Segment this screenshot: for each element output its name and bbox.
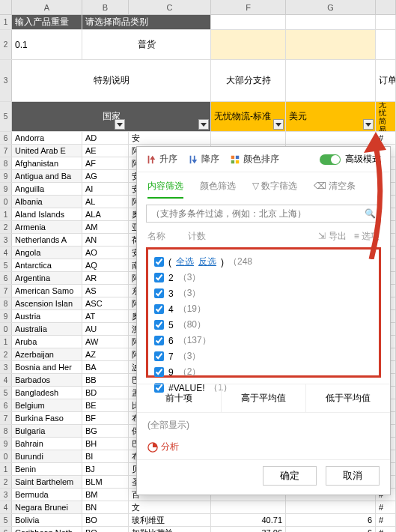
filter-value-item[interactable]: 2 （3） bbox=[154, 270, 373, 285]
row-number[interactable]: 1 bbox=[0, 463, 12, 475]
cell-code[interactable]: BO bbox=[82, 514, 129, 526]
row-number[interactable]: 5 bbox=[0, 259, 12, 271]
corner-cell[interactable] bbox=[0, 0, 12, 14]
cell-code[interactable]: AO bbox=[82, 247, 129, 259]
cell-country[interactable]: Bangladesh bbox=[12, 387, 82, 399]
cell-code[interactable]: AE bbox=[82, 145, 129, 157]
cell-code[interactable]: BN bbox=[82, 501, 129, 513]
filter-value-item[interactable]: 3 （3） bbox=[154, 285, 373, 301]
color-sort-button[interactable]: 颜色排序 bbox=[230, 153, 279, 166]
cell-country[interactable]: Aland Islands bbox=[12, 208, 82, 220]
quick-top10[interactable]: 前十项 bbox=[137, 384, 222, 412]
cell-code[interactable]: AM bbox=[82, 221, 129, 233]
filter-checkbox[interactable] bbox=[154, 320, 164, 330]
cell-country[interactable]: Saint Barthelem bbox=[12, 476, 82, 488]
cell-code[interactable]: AU bbox=[82, 323, 129, 335]
cell-country[interactable]: Bahrain bbox=[12, 438, 82, 450]
row-number[interactable]: 4 bbox=[0, 247, 12, 259]
row-number[interactable]: 9 bbox=[0, 183, 12, 195]
filter-checkbox[interactable] bbox=[154, 336, 164, 345]
row-number[interactable]: 6 bbox=[0, 132, 12, 144]
row-number[interactable]: 9 bbox=[0, 170, 12, 182]
filter-checkbox[interactable] bbox=[154, 351, 164, 361]
filter-search[interactable]: 🔍 bbox=[146, 205, 381, 223]
cell-code[interactable]: BD bbox=[82, 387, 129, 399]
cell-country[interactable]: Antarctica bbox=[12, 259, 82, 271]
cell[interactable]: # bbox=[376, 132, 396, 144]
row-number[interactable]: 6 bbox=[0, 527, 12, 532]
cell-code[interactable]: BJ bbox=[82, 463, 129, 475]
cell-country[interactable]: Andorra bbox=[12, 132, 82, 144]
cell-category-value[interactable]: 普货 bbox=[82, 30, 211, 59]
cell[interactable] bbox=[286, 501, 376, 513]
tab-clear-filter[interactable]: ⌫清空条 bbox=[314, 180, 356, 199]
row-number[interactable]: 3 bbox=[0, 60, 12, 101]
tab-number-filter[interactable]: ▽数字筛选 bbox=[252, 180, 297, 199]
cell-code[interactable]: AQ bbox=[82, 259, 129, 271]
col-header-b[interactable]: B bbox=[82, 0, 129, 14]
cell-code[interactable]: BI bbox=[82, 450, 129, 462]
col-header-a[interactable]: A bbox=[12, 0, 82, 14]
show-all-link[interactable]: (全部显示) bbox=[137, 413, 390, 438]
filter-checkbox[interactable] bbox=[154, 257, 164, 267]
cell-country[interactable]: United Arab E bbox=[12, 145, 82, 157]
cell[interactable] bbox=[286, 30, 376, 59]
cell-country[interactable]: Aruba bbox=[12, 336, 82, 348]
cell-country[interactable]: Azerbaijan bbox=[12, 348, 82, 360]
cell-country[interactable]: Negara Brunei bbox=[12, 501, 82, 513]
cell-weight-value[interactable]: 0.1 bbox=[12, 30, 82, 59]
cell-code[interactable]: BM bbox=[82, 489, 129, 501]
cell[interactable]: # bbox=[376, 501, 396, 513]
tab-content-filter[interactable]: 内容筛选 bbox=[147, 180, 183, 199]
subhead-name[interactable]: 名称 bbox=[147, 230, 165, 243]
cell-cn[interactable]: 加勒比荷兰 bbox=[129, 527, 211, 532]
col-header-f[interactable]: F bbox=[211, 0, 286, 14]
row-number[interactable]: 7 bbox=[0, 412, 12, 424]
row-number[interactable]: 8 bbox=[0, 425, 12, 437]
cell-code[interactable]: AN bbox=[82, 234, 129, 246]
cell-code[interactable]: AL bbox=[82, 196, 129, 208]
cell-price[interactable]: 40.71 bbox=[211, 514, 286, 526]
cell-country[interactable]: Argentina bbox=[12, 272, 82, 284]
cell-cn[interactable]: 安 bbox=[129, 132, 211, 144]
filter-value-item[interactable]: 9 （2） bbox=[154, 364, 373, 380]
row-number[interactable]: 2 bbox=[0, 221, 12, 233]
header-support[interactable]: 大部分支持 bbox=[211, 60, 286, 101]
advanced-mode-toggle[interactable]: 高级模式 bbox=[320, 153, 381, 166]
row-number[interactable]: 9 bbox=[0, 438, 12, 450]
cell[interactable]: # bbox=[376, 514, 396, 526]
filter-value-item[interactable]: 7 （3） bbox=[154, 348, 373, 364]
row-number[interactable]: 4 bbox=[0, 501, 12, 513]
cell-country[interactable]: Bermuda bbox=[12, 489, 82, 501]
filter-value-item[interactable]: 4 （19） bbox=[154, 301, 373, 317]
cell-country[interactable]: Barbados bbox=[12, 374, 82, 386]
col-header-h[interactable] bbox=[376, 0, 396, 14]
cell-country[interactable]: Anguilla bbox=[12, 183, 82, 195]
cell-country[interactable]: Antigua and Ba bbox=[12, 170, 82, 182]
cell-price[interactable]: 37.06 bbox=[211, 527, 286, 532]
row-number[interactable]: 0 bbox=[0, 450, 12, 462]
cell-country[interactable]: Burundi bbox=[12, 450, 82, 462]
cell-country[interactable]: Bolivia bbox=[12, 514, 82, 526]
options-button[interactable]: ≡ 选项 bbox=[354, 230, 380, 243]
filter-value-item[interactable]: 6 （137） bbox=[154, 333, 373, 348]
row-number[interactable]: 9 bbox=[0, 310, 12, 322]
cell-code[interactable]: BF bbox=[82, 412, 129, 424]
cell[interactable] bbox=[211, 15, 286, 29]
row-number[interactable]: 0 bbox=[0, 196, 12, 208]
row-number[interactable]: 6 bbox=[0, 399, 12, 411]
cell-code[interactable]: AT bbox=[82, 310, 129, 322]
cell-country[interactable]: Belgium bbox=[12, 399, 82, 411]
row-number[interactable]: 3 bbox=[0, 489, 12, 501]
cell[interactable] bbox=[286, 60, 376, 101]
cell-country[interactable]: Angola bbox=[12, 247, 82, 259]
cell-code[interactable]: ASC bbox=[82, 297, 129, 309]
col-header-c[interactable]: C bbox=[129, 0, 211, 14]
row-number[interactable]: 3 bbox=[0, 361, 12, 373]
row-number[interactable]: 2 bbox=[0, 30, 12, 59]
cell-country[interactable]: Netherlands A bbox=[12, 234, 82, 246]
row-number[interactable]: 2 bbox=[0, 476, 12, 488]
analyze-button[interactable]: 分析 bbox=[137, 438, 390, 459]
row-number[interactable]: 7 bbox=[0, 285, 12, 297]
sort-asc-button[interactable]: 升序 bbox=[146, 153, 177, 166]
